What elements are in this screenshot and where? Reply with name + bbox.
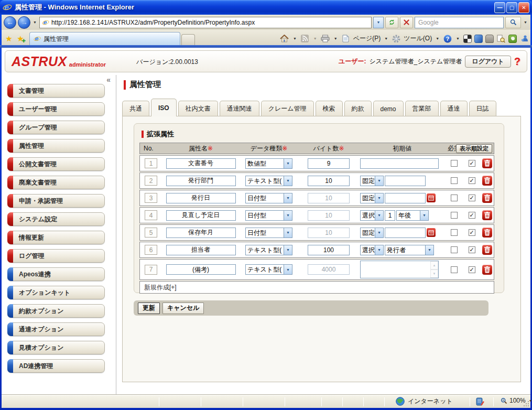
home-icon[interactable] — [280, 34, 289, 43]
initial-mode-select[interactable]: 固定▼ — [360, 193, 384, 203]
byte-count-input[interactable] — [308, 245, 350, 255]
page-dropdown-icon[interactable]: ▼ — [383, 37, 389, 40]
delete-button[interactable] — [482, 193, 492, 203]
new-attribute-row[interactable]: 新規作成[+] — [139, 281, 494, 294]
tab-共通[interactable]: 共通 — [122, 101, 149, 116]
required-checkbox[interactable] — [451, 246, 458, 253]
feeds-icon[interactable] — [300, 34, 310, 43]
byte-count-input[interactable] — [308, 176, 350, 186]
print-dropdown-icon[interactable]: ▼ — [333, 37, 339, 40]
tab-約款[interactable]: 約款 — [344, 101, 372, 116]
sidebar-item-ユーザー管理[interactable]: ユーザー管理 — [7, 102, 105, 116]
search-button[interactable] — [505, 17, 521, 28]
stop-button[interactable] — [400, 17, 413, 28]
sidebar-item-通達オプション[interactable]: 通達オプション — [7, 322, 105, 336]
resize-grip[interactable] — [523, 400, 530, 407]
tab-検索[interactable]: 検索 — [316, 101, 343, 116]
tab-ISO[interactable]: ISO — [151, 99, 177, 116]
history-dropdown-icon[interactable]: ▼ — [32, 20, 38, 24]
delete-button[interactable] — [482, 210, 492, 220]
sidebar-item-属性管理[interactable]: 属性管理 — [7, 139, 105, 153]
sidebar-item-AD連携管理[interactable]: AD連携管理 — [7, 359, 105, 373]
attribute-name-input[interactable] — [166, 193, 236, 203]
status-notes-icon[interactable] — [476, 397, 484, 406]
required-checkbox[interactable] — [451, 229, 458, 236]
calendar-button[interactable] — [427, 228, 436, 237]
required-checkbox[interactable] — [451, 212, 458, 219]
logout-button[interactable]: ログアウト — [465, 56, 511, 68]
maximize-button[interactable]: ▢ — [506, 2, 517, 13]
data-type-select[interactable]: 日付型▼ — [245, 193, 292, 203]
delete-button[interactable] — [482, 176, 492, 186]
page-menu-label[interactable]: ページ(P) — [353, 34, 381, 43]
sidebar-item-ログ管理[interactable]: ログ管理 — [7, 249, 105, 263]
tab-社内文書[interactable]: 社内文書 — [178, 101, 218, 116]
app-help-button[interactable]: ? — [514, 56, 520, 68]
attribute-name-input[interactable] — [166, 245, 236, 255]
display-order-button[interactable]: 表示順設定 — [456, 144, 492, 153]
visible-checkbox[interactable]: ✓ — [469, 177, 475, 184]
visible-checkbox[interactable]: ✓ — [469, 160, 475, 167]
initial-mode-select[interactable]: 選択▼ — [360, 245, 384, 255]
print-icon[interactable] — [321, 34, 330, 43]
help-dropdown-icon[interactable]: ▼ — [455, 37, 461, 40]
addon-research-icon[interactable] — [496, 34, 506, 43]
initial-mode-select[interactable]: 選択▼ — [360, 210, 384, 221]
required-checkbox[interactable] — [451, 266, 458, 273]
tab-営業部[interactable]: 営業部 — [405, 101, 439, 116]
delete-button[interactable] — [482, 245, 492, 255]
cancel-button[interactable]: キャンセル — [162, 303, 204, 314]
attribute-name-input[interactable] — [166, 264, 236, 275]
sidebar-item-Apeos連携[interactable]: Apeos連携 — [7, 267, 105, 281]
search-dropdown-icon[interactable]: ▼ — [523, 20, 528, 24]
tools-menu-label[interactable]: ツール(O) — [404, 34, 432, 43]
calendar-button[interactable] — [427, 193, 436, 202]
addon-contrast-icon[interactable] — [463, 35, 472, 43]
new-tab-button[interactable] — [181, 34, 195, 45]
byte-count-input[interactable] — [308, 264, 350, 275]
data-type-select[interactable]: テキスト型(▼ — [245, 264, 292, 275]
sidebar-item-見積オプション[interactable]: 見積オプション — [7, 341, 105, 354]
byte-count-input[interactable] — [308, 228, 350, 238]
add-favorite-button[interactable]: ★✚ — [15, 33, 26, 45]
visible-checkbox[interactable]: ✓ — [469, 229, 475, 236]
delete-button[interactable] — [482, 228, 492, 238]
sidebar-item-廃棄文書管理[interactable]: 廃棄文書管理 — [7, 176, 105, 189]
sidebar-collapse-button[interactable]: « — [106, 75, 111, 84]
tab-通達関連[interactable]: 通達関連 — [220, 101, 259, 116]
visible-checkbox[interactable]: ✓ — [469, 195, 475, 201]
page-icon[interactable] — [341, 34, 351, 43]
url-field[interactable]: e http://192.168.2.141/ASTRUX2/adm/Prope… — [39, 17, 372, 28]
sidebar-item-グループ管理[interactable]: グループ管理 — [7, 121, 105, 134]
browser-tab[interactable]: e 属性管理 — [29, 32, 180, 45]
data-type-select[interactable]: テキスト型(▼ — [245, 176, 292, 186]
sidebar-item-申請・承認管理[interactable]: 申請・承認管理 — [7, 194, 105, 208]
addon-screen-icon[interactable] — [474, 35, 483, 43]
tab-クレーム管理[interactable]: クレーム管理 — [261, 101, 314, 116]
initial-offset-input[interactable] — [385, 210, 395, 221]
tab-通達[interactable]: 通達 — [440, 101, 468, 116]
delete-button[interactable] — [482, 265, 492, 275]
textarea-scrollbar[interactable]: ▲▼ — [430, 261, 438, 278]
attribute-name-input[interactable] — [166, 158, 236, 169]
help-icon[interactable]: ? — [443, 34, 452, 43]
attribute-name-input[interactable] — [166, 176, 236, 186]
initial-value-input[interactable] — [385, 228, 426, 238]
messenger-icon[interactable] — [519, 34, 529, 43]
byte-count-input[interactable] — [308, 158, 350, 169]
update-button[interactable]: 更新 — [138, 303, 160, 314]
initial-value-select[interactable]: 発行者▼ — [385, 245, 434, 255]
sidebar-item-オプションキット[interactable]: オプションキット — [7, 286, 105, 299]
initial-unit-select[interactable]: 年後▼ — [396, 210, 429, 221]
gear-icon[interactable] — [392, 34, 401, 43]
initial-mode-select[interactable]: 固定▼ — [360, 228, 384, 238]
search-input[interactable]: Google — [415, 17, 504, 28]
visible-checkbox[interactable]: ✓ — [469, 266, 475, 273]
sidebar-item-公開文書管理[interactable]: 公開文書管理 — [7, 157, 105, 171]
required-checkbox[interactable] — [451, 160, 458, 167]
initial-mode-select[interactable]: 固定▼ — [360, 176, 384, 186]
minimize-button[interactable]: — — [494, 2, 505, 13]
addon-clip-icon[interactable] — [485, 35, 494, 43]
refresh-button[interactable] — [385, 17, 398, 28]
initial-value-input[interactable] — [360, 158, 439, 169]
